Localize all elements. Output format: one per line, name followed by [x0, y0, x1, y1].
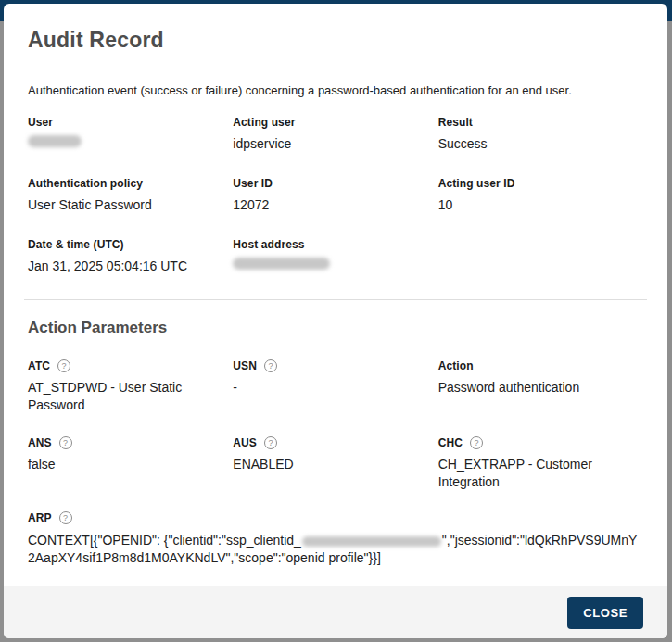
field-user: User — [28, 116, 233, 153]
field-datetime-label: Date & time (UTC) — [28, 238, 233, 251]
field-atc-label: ATC — [28, 359, 50, 372]
field-action-value: Password authentication — [438, 379, 643, 397]
field-result-label: Result — [438, 116, 643, 129]
field-auth-policy-label: Authentication policy — [28, 177, 233, 190]
field-auth-policy-value: User Static Password — [28, 196, 233, 214]
field-action: Action Password authentication — [438, 359, 643, 414]
dialog-footer: CLOSE — [4, 586, 667, 638]
help-icon[interactable]: ? — [264, 359, 277, 372]
field-user-id-label: User ID — [233, 177, 437, 190]
field-result: Result Success — [438, 116, 643, 153]
field-empty-cell — [438, 238, 643, 275]
field-chc-label: CHC — [438, 436, 463, 449]
field-arp: ARP ? CONTEXT[{"OPENID": {"clientid":"ss… — [28, 511, 643, 567]
arp-value-before: CONTEXT[{"OPENID": {"clientid":"ssp_clie… — [28, 533, 301, 548]
field-aus-label: AUS — [233, 436, 257, 449]
field-aus: AUS ? ENABLED — [233, 436, 437, 491]
field-usn: USN ? - — [233, 359, 437, 414]
field-datetime: Date & time (UTC) Jan 31, 2025 05:04:16 … — [28, 238, 233, 275]
audit-fields-grid: User Acting user idpservice Result Succe… — [28, 116, 643, 275]
field-arp-label: ARP — [28, 511, 52, 524]
field-result-value: Success — [438, 135, 643, 153]
help-icon[interactable]: ? — [57, 359, 70, 372]
field-user-id: User ID 12072 — [233, 177, 437, 214]
field-chc: CHC ? CH_EXTRAPP - Customer Integration — [438, 436, 643, 491]
dialog-description: Authentication event (success or failure… — [28, 83, 643, 97]
field-arp-value: CONTEXT[{"OPENID": {"clientid":"ssp_clie… — [28, 532, 643, 567]
field-acting-user-id-value: 10 — [438, 196, 643, 214]
field-acting-user: Acting user idpservice — [233, 116, 437, 153]
field-host-address: Host address — [233, 238, 437, 275]
field-acting-user-id: Acting user ID 10 — [438, 177, 643, 214]
section-divider — [24, 299, 647, 300]
field-user-id-value: 12072 — [233, 196, 437, 214]
action-parameters-grid: ATC ? AT_STDPWD - User Static Password U… — [28, 359, 643, 491]
field-datetime-value: Jan 31, 2025 05:04:16 UTC — [28, 258, 233, 275]
field-atc: ATC ? AT_STDPWD - User Static Password — [28, 359, 233, 414]
field-aus-value: ENABLED — [233, 456, 437, 473]
action-parameters-heading: Action Parameters — [28, 319, 643, 337]
help-icon[interactable]: ? — [59, 436, 72, 449]
field-auth-policy: Authentication policy User Static Passwo… — [28, 177, 233, 214]
dialog-body: Audit Record Authentication event (succe… — [4, 4, 667, 586]
field-host-address-value-redacted — [233, 258, 330, 270]
field-user-label: User — [28, 116, 233, 129]
field-usn-value: - — [233, 379, 437, 397]
help-icon[interactable]: ? — [470, 436, 483, 449]
field-action-label: Action — [438, 359, 643, 372]
help-icon[interactable]: ? — [59, 511, 72, 524]
field-usn-label: USN — [233, 359, 257, 372]
field-chc-value: CH_EXTRAPP - Customer Integration — [438, 456, 643, 491]
field-host-address-label: Host address — [233, 238, 437, 251]
field-acting-user-id-label: Acting user ID — [438, 177, 643, 190]
close-button[interactable]: CLOSE — [567, 597, 643, 629]
field-user-value-redacted — [28, 135, 82, 147]
field-ans-value: false — [28, 456, 233, 473]
help-icon[interactable]: ? — [264, 436, 277, 449]
field-ans-label: ANS — [28, 436, 52, 449]
field-ans: ANS ? false — [28, 436, 233, 491]
audit-record-dialog: Audit Record Authentication event (succe… — [4, 4, 667, 638]
field-atc-value: AT_STDPWD - User Static Password — [28, 379, 233, 414]
arp-clientid-redacted — [302, 536, 441, 547]
field-acting-user-label: Acting user — [233, 116, 437, 129]
field-acting-user-value: idpservice — [233, 135, 437, 153]
dialog-title: Audit Record — [28, 28, 643, 53]
